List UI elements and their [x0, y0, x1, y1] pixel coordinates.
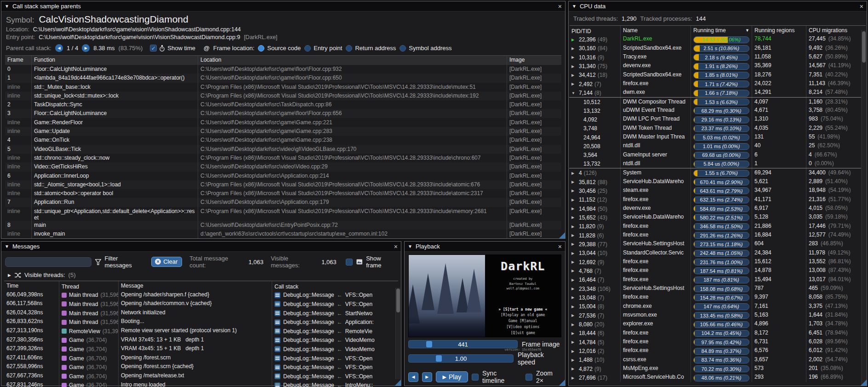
chevron-right-icon[interactable]: ▶: [571, 323, 577, 327]
process-row[interactable]: ▶4(126)System1.55 s(6.70%)69,29434,400(4…: [569, 168, 866, 177]
entry-point-value[interactable]: C:\Users\wolf\Desktop\darkrl\src\game\vi…: [39, 34, 240, 40]
message-row[interactable]: 626,024,328nsMain thread(31,596)Network …: [4, 308, 398, 318]
callstack-list-icon[interactable]: [274, 355, 280, 361]
chevron-right-icon[interactable]: ▶: [571, 340, 577, 344]
process-row[interactable]: ▶35,812(88)ServiceHub.DataWareho670.41 m…: [569, 177, 866, 186]
process-row[interactable]: ▶11,820(9)firefox.exe346.58 ms(1.50%)21,…: [569, 222, 866, 231]
show-time-checkbox[interactable]: ✓: [150, 45, 157, 52]
message-row[interactable]: 627,380,356nsGame(36,704)VRAM 37x45: 13 …: [4, 335, 398, 345]
chevron-right-icon[interactable]: ▶: [571, 287, 577, 291]
process-row[interactable]: 3,748DWM Token Thread23.37 ms(0.10%)4,03…: [569, 124, 866, 133]
visible-threads-label[interactable]: Visible threads:: [24, 271, 65, 278]
message-row[interactable]: 627,313,190nsRemoteView(31,392)Remote vi…: [4, 326, 398, 335]
process-row[interactable]: ▶8,080(20)explorer.exe105.66 ms(0.46%)4,…: [569, 319, 866, 328]
table-row[interactable]: inlineVideo::GetTicksHiResC:\Users\wolf\…: [5, 162, 561, 171]
table-row[interactable]: 1<lambda_84a19dc444fae966ca174e83e708bdc…: [5, 74, 561, 82]
table-row[interactable]: inlinestd::_Mutex_base::lockC:\Program F…: [5, 83, 561, 92]
process-row[interactable]: ▶22,396(49)DarkRL.exe14.33 s(62.06%)78,7…: [569, 35, 866, 43]
message-row[interactable]: 627,558,996nsGame(36,704)Opening /forest…: [4, 362, 398, 371]
collapse-icon[interactable]: ▼: [408, 244, 412, 249]
process-row[interactable]: 13,132uDWM Event Thread68.29 ms(0.30%)4,…: [569, 106, 866, 115]
callstack-cell[interactable]: DebugLog::Message←IntroMenu::: [272, 381, 398, 387]
sync-timeline-checkbox[interactable]: [472, 374, 479, 381]
chevron-right-icon[interactable]: ▶: [571, 225, 577, 229]
table-row[interactable]: 8mainC:\Users\wolf\Desktop\darkrl\src\En…: [5, 221, 561, 230]
close-icon[interactable]: ×: [558, 3, 562, 10]
message-row[interactable]: 627,831,246nsGame(36,704)Intro menu load…: [4, 381, 398, 387]
message-row[interactable]: 606,049,398nsMain thread(31,596)Opening …: [4, 290, 398, 300]
play-button[interactable]: ▶ Play: [436, 371, 468, 382]
next-frame-button[interactable]: ▶: [422, 372, 432, 382]
process-row[interactable]: ▶4,872(9)MsMpEng.exe70.22 ms(0.30%)57320…: [569, 364, 866, 373]
callstack-list-icon[interactable]: [274, 292, 280, 298]
show-frame-checkbox[interactable]: [346, 259, 353, 266]
callstack-list-icon[interactable]: [274, 346, 280, 352]
zoom-2x-checkbox[interactable]: [525, 374, 532, 381]
table-row[interactable]: inlinestd::unique_lock<std::mutex>::lock…: [5, 92, 561, 100]
prev-frame-button[interactable]: ◀: [408, 372, 418, 382]
resize-handle[interactable]: [861, 380, 867, 386]
collapse-icon[interactable]: ▼: [5, 4, 9, 9]
collapse-icon[interactable]: ▼: [572, 4, 577, 9]
chevron-right-icon[interactable]: ▶: [571, 331, 577, 335]
prev-frame-button[interactable]: ◀: [55, 44, 63, 52]
callstack-list-icon[interactable]: [274, 373, 280, 379]
callstack-cell[interactable]: DebugLog::Message←StartNetwo: [272, 308, 398, 318]
clear-button[interactable]: × Clear: [151, 257, 182, 267]
chevron-right-icon[interactable]: ▶: [571, 233, 577, 237]
column-header[interactable]: Location: [198, 56, 507, 65]
process-row[interactable]: ▶11,152(12)firefox.exe632.15 ms(2.74%)41…: [569, 195, 866, 204]
message-row[interactable]: 627,667,736nsGame(36,704)Opening /meta/r…: [4, 371, 398, 381]
chevron-right-icon[interactable]: ▶: [571, 367, 577, 371]
chevron-right-icon[interactable]: ▶: [571, 198, 577, 202]
close-icon[interactable]: ×: [860, 3, 863, 10]
callstack-cell[interactable]: DebugLog::Message←VFS::Open: [272, 353, 398, 363]
callstack-cell[interactable]: DebugLog::Message←VFS::Open: [272, 362, 398, 371]
column-header[interactable]: Running regions: [752, 26, 806, 35]
message-row[interactable]: 627,399,326nsGame(36,704)VRAM 43x45: 15 …: [4, 344, 398, 353]
column-header[interactable]: Function: [32, 56, 198, 65]
table-row[interactable]: inlinestd::chrono::steady_clock::nowC:\P…: [5, 154, 561, 162]
chevron-right-icon[interactable]: ▶: [571, 180, 577, 184]
chevron-right-icon[interactable]: ▶: [571, 278, 577, 282]
chevron-right-icon[interactable]: ▶: [571, 295, 577, 300]
table-row[interactable]: inlineGame::UpdateC:\Users\wolf\Desktop\…: [5, 127, 561, 136]
chevron-right-icon[interactable]: ▶: [571, 313, 577, 318]
column-header[interactable]: Frame: [5, 56, 32, 65]
column-header[interactable]: CPU migrations: [806, 26, 866, 35]
process-row[interactable]: ▶2,492(7)firefox.exe1.71 s(7.42%)24,0221…: [569, 79, 866, 88]
radio-symbol-address[interactable]: [400, 45, 406, 52]
table-row[interactable]: 7Application::RunC:\Users\wolf\Desktop\d…: [5, 198, 561, 207]
process-row[interactable]: ▶27,696(17)Microsoft.ServiceHub.Co48.06 …: [569, 373, 866, 381]
table-row[interactable]: inlinestd::atomic<bool>::operator boolC:…: [5, 189, 561, 198]
callstack-list-icon[interactable]: [274, 328, 280, 334]
chevron-right-icon[interactable]: ▶: [571, 73, 577, 77]
callstack-cell[interactable]: DebugLog::Message←VFS::Open: [272, 371, 398, 381]
table-row[interactable]: inlineinvoke_maind:\agent\_work\63\s\src…: [5, 230, 561, 238]
process-row[interactable]: ▶14,784(5)firefox.exe97.95 ms(0.42%)6,73…: [569, 337, 866, 346]
process-row[interactable]: ▶31,340(75)devenv.exe1.91 s(8.26%)35,369…: [569, 61, 866, 70]
radio-entry-point[interactable]: [304, 45, 311, 52]
process-row[interactable]: ▶15,652(43)ServiceHub.DataWareho580.22 m…: [569, 213, 866, 221]
process-row[interactable]: ▶27,536(7)msvsmon.exe133.45 ms(0.58%)5,1…: [569, 311, 866, 319]
process-row[interactable]: 20,508ntdll.dll1.01 ms(0.00%)4025(62.50%…: [569, 141, 866, 150]
table-row[interactable]: 2TaskDispatch::SyncC:\Users\wolf\Desktop…: [5, 100, 561, 109]
callstack-list-icon[interactable]: [274, 319, 280, 325]
radio-source-code[interactable]: [258, 45, 264, 52]
messages-scrollbar[interactable]: [395, 288, 400, 379]
process-row[interactable]: ▶30,456(25)steam.exe643.61 ms(2.79%)34,9…: [569, 186, 866, 195]
chevron-right-icon[interactable]: ▶: [571, 269, 577, 273]
close-icon[interactable]: ×: [394, 243, 398, 250]
process-row[interactable]: ▶10,316(9)Tracy.exe2.18 s(9.45%)11,0585,…: [569, 52, 866, 61]
chevron-right-icon[interactable]: ▶: [571, 55, 577, 59]
chevron-right-icon[interactable]: ▶: [571, 207, 577, 211]
scrollbar-thumb[interactable]: [396, 289, 400, 312]
process-row[interactable]: ▶29,388(77)ServiceHub.SettingsHost273.15…: [569, 239, 866, 248]
process-row[interactable]: ▶13,048(7)firefox.exe154.28 ms(0.67%)9,3…: [569, 293, 866, 301]
chevron-right-icon[interactable]: ▶: [571, 215, 577, 219]
process-row[interactable]: ▶23,348(106)ServiceHub.SettingsHost158.0…: [569, 284, 866, 293]
next-frame-button[interactable]: ▶: [82, 44, 90, 52]
callstack-cell[interactable]: DebugLog::Message←VideoMemo: [272, 344, 398, 353]
table-row[interactable]: 3Floor::CalcLightNoLuminanceC:\Users\wol…: [5, 109, 561, 118]
table-row[interactable]: 6Application::InnerLoopC:\Users\wolf\Des…: [5, 172, 561, 180]
